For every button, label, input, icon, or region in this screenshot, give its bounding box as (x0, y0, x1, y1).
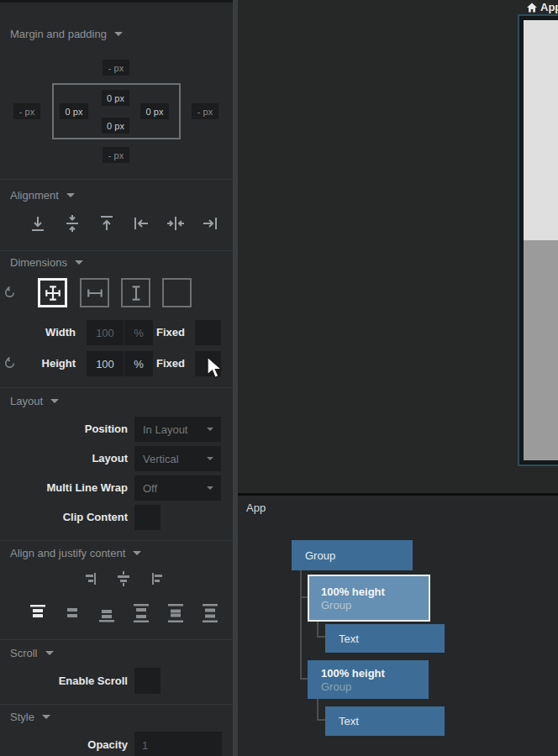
caret-down-icon (207, 486, 213, 490)
section-alignment[interactable]: Alignment (10, 189, 75, 202)
reset-icon[interactable] (3, 286, 16, 299)
section-align-justify[interactable]: Align and justify content (10, 547, 141, 559)
layout-label: Layout (0, 452, 128, 465)
tree-node-group-selected[interactable]: 100% height Group (308, 575, 430, 622)
canvas-area: App First group Second group (238, 0, 558, 493)
margin-right-button[interactable]: - px (192, 103, 218, 119)
caret-down-icon (114, 32, 123, 36)
tree-node-group[interactable]: Group (292, 540, 413, 570)
align-top-icon[interactable] (97, 213, 117, 234)
tree-connector (300, 678, 308, 680)
caret-down-icon (42, 715, 50, 719)
tree-node-group-2[interactable]: 100% height Group (308, 660, 429, 699)
divider (0, 179, 233, 180)
divider (0, 639, 233, 640)
size-none-icon[interactable] (162, 278, 192, 307)
node-subtitle: Group (321, 680, 429, 693)
height-label: Height (0, 357, 76, 370)
section-title: Style (10, 711, 34, 723)
opacity-input[interactable]: 1 (134, 732, 222, 756)
align-center-horizontal-icon[interactable] (166, 213, 186, 234)
height-fixed-label: Fixed (133, 357, 185, 370)
caret-down-icon (50, 399, 59, 403)
position-value: In Layout (143, 423, 188, 436)
section-title: Margin and padding (10, 28, 107, 40)
caret-down-icon (207, 457, 213, 460)
content-start-icon[interactable] (29, 602, 47, 624)
section-title: Scroll (10, 647, 38, 659)
caret-down-icon (45, 651, 54, 655)
tree-node-text[interactable]: Text (325, 624, 445, 653)
position-dropdown[interactable]: In Layout (134, 417, 221, 442)
breadcrumb[interactable]: App (527, 1, 558, 13)
node-label: Text (339, 715, 445, 727)
align-left-icon[interactable] (131, 213, 151, 234)
margin-bottom-button[interactable]: - px (103, 147, 129, 163)
cursor-icon (207, 356, 225, 381)
node-label: Text (339, 633, 445, 645)
size-width-icon[interactable] (80, 278, 109, 307)
caret-down-icon (75, 260, 83, 265)
section-margin-padding[interactable]: Margin and padding (10, 28, 123, 40)
width-fixed-label: Fixed (133, 326, 185, 339)
align-bottom-icon[interactable] (28, 213, 48, 234)
size-height-icon[interactable] (121, 278, 150, 307)
divider (0, 704, 233, 705)
wrap-value: Off (143, 482, 157, 495)
node-subtitle: Group (321, 599, 429, 612)
caret-down-icon (207, 428, 213, 431)
width-fixed-checkbox[interactable] (195, 320, 221, 345)
divider (0, 540, 233, 541)
align-center-vertical-icon[interactable] (62, 213, 82, 234)
content-center-icon[interactable] (63, 602, 82, 624)
clip-content-checkbox[interactable] (134, 505, 161, 530)
section-title: Layout (10, 395, 43, 407)
multi-line-wrap-dropdown[interactable]: Off (134, 475, 221, 501)
second-group-preview[interactable]: Second group (524, 240, 558, 460)
justify-right-icon[interactable] (82, 571, 98, 586)
section-title: Dimensions (10, 256, 67, 269)
layout-dropdown[interactable]: Vertical (134, 446, 221, 471)
section-style[interactable]: Style (10, 711, 50, 723)
section-title: Alignment (10, 189, 59, 202)
margin-left-button[interactable]: - px (13, 103, 40, 119)
app-window: Margin and padding - px 0 px 0 px 0 px 0… (0, 0, 558, 756)
section-layout[interactable]: Layout (10, 395, 59, 407)
properties-panel: Margin and padding - px 0 px 0 px 0 px 0… (0, 0, 233, 756)
caret-down-icon (66, 193, 75, 197)
margin-top-button[interactable]: - px (103, 60, 129, 76)
hierarchy-panel: App Group 100% height Group Text 100% he… (238, 496, 558, 756)
padding-left-button[interactable]: 0 px (60, 103, 88, 119)
caret-down-icon (133, 551, 141, 555)
tree-node-text-2[interactable]: Text (325, 706, 445, 736)
tree-connector (300, 570, 302, 680)
hierarchy-root-label[interactable]: App (246, 501, 266, 514)
justify-center-icon[interactable] (115, 571, 132, 586)
padding-right-button[interactable]: 0 px (140, 103, 169, 119)
section-scroll[interactable]: Scroll (10, 647, 54, 659)
section-title: Align and justify content (10, 547, 125, 559)
app-frame[interactable]: First group Second group (518, 14, 558, 466)
height-input[interactable]: 100 (87, 351, 124, 376)
enable-scroll-label: Enable Scroll (0, 675, 128, 687)
content-space-between-icon[interactable] (132, 602, 150, 624)
divider (0, 250, 233, 251)
section-dimensions[interactable]: Dimensions (10, 256, 83, 269)
enable-scroll-checkbox[interactable] (134, 668, 161, 694)
padding-bottom-button[interactable]: 0 px (102, 118, 129, 134)
first-group-preview[interactable]: First group (524, 20, 558, 240)
align-right-icon[interactable] (200, 213, 220, 234)
padding-top-button[interactable]: 0 px (102, 90, 129, 106)
size-both-icon[interactable] (38, 278, 67, 307)
content-end-icon[interactable] (97, 602, 116, 624)
width-input[interactable]: 100 (87, 320, 124, 345)
width-label: Width (0, 326, 76, 339)
justify-left-icon[interactable] (150, 571, 166, 586)
wrap-label: Multi Line Wrap (0, 481, 128, 494)
content-space-evenly-icon[interactable] (201, 602, 219, 624)
layout-value: Vertical (143, 453, 179, 465)
content-space-around-icon[interactable] (166, 602, 185, 624)
divider (0, 387, 233, 388)
breadcrumb-label: App (540, 1, 558, 13)
tree-connector (317, 719, 325, 721)
